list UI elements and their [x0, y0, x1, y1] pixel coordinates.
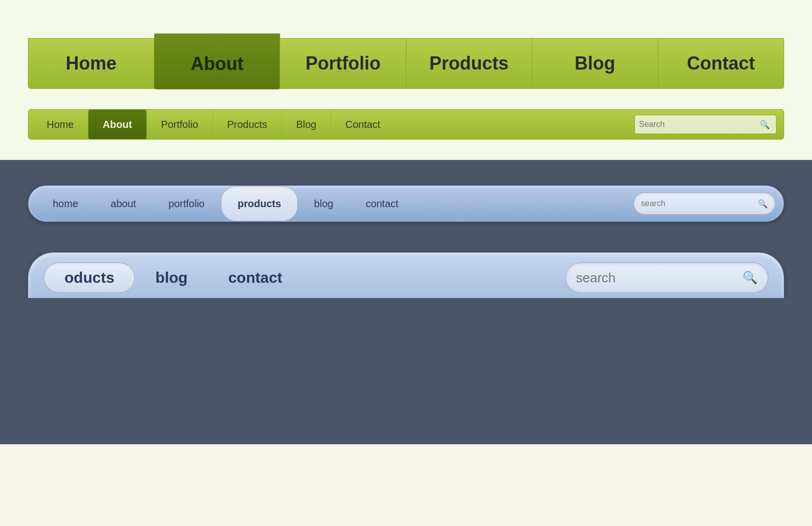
- nav2-item-portfolio[interactable]: Portfolio: [147, 110, 213, 139]
- search-icon: 🔍: [758, 200, 768, 208]
- nav4-item-products[interactable]: oducts: [44, 262, 135, 293]
- nav3-search-container: 🔍: [633, 192, 775, 215]
- nav3: home about portfolio products blog conta…: [28, 185, 784, 222]
- nav3-item-contact[interactable]: contact: [350, 186, 415, 221]
- nav2-item-contact[interactable]: Contact: [331, 110, 394, 139]
- nav4-item-contact[interactable]: contact: [208, 269, 303, 286]
- nav2-item-products[interactable]: Products: [213, 110, 282, 139]
- nav2-search-button[interactable]: 🔍: [758, 118, 772, 132]
- nav2-item-home[interactable]: Home: [32, 110, 88, 139]
- nav3-item-home[interactable]: home: [37, 186, 94, 221]
- nav4-items: oducts blog contact: [44, 262, 565, 293]
- nav2: Home About Portfolio Products Blog Conta…: [28, 109, 784, 140]
- nav2-item-blog[interactable]: Blog: [282, 110, 331, 139]
- nav4-search-container: 🔍: [565, 262, 768, 293]
- nav4-wrapper: oducts blog contact 🔍: [0, 247, 812, 298]
- search-icon: 🔍: [742, 271, 758, 284]
- nav1-item-products[interactable]: Products: [407, 39, 532, 88]
- nav3-item-portfolio[interactable]: portfolio: [152, 186, 221, 221]
- nav2-items: Home About Portfolio Products Blog Conta…: [32, 110, 634, 139]
- nav1-item-about[interactable]: About: [154, 34, 280, 89]
- nav4-search-button[interactable]: 🔍: [742, 271, 758, 285]
- nav1-wrapper: Home About Portfolio Products Blog Conta…: [28, 0, 784, 89]
- nav2-search-container: 🔍: [634, 115, 776, 134]
- nav1: Home About Portfolio Products Blog Conta…: [28, 38, 784, 89]
- nav3-item-products[interactable]: products: [221, 186, 298, 221]
- nav2-wrapper: Home About Portfolio Products Blog Conta…: [28, 109, 784, 140]
- search-icon: 🔍: [760, 120, 770, 129]
- nav1-item-portfolio[interactable]: Portfolio: [280, 39, 406, 88]
- nav2-search-input[interactable]: [639, 120, 758, 129]
- nav3-item-blog[interactable]: blog: [298, 186, 350, 221]
- nav4: oducts blog contact 🔍: [28, 252, 784, 298]
- nav3-items: home about portfolio products blog conta…: [37, 186, 633, 221]
- nav3-search-button[interactable]: 🔍: [758, 199, 768, 209]
- nav4-search-input[interactable]: [576, 270, 742, 286]
- nav4-item-blog[interactable]: blog: [135, 269, 208, 286]
- nav1-item-blog[interactable]: Blog: [532, 39, 658, 88]
- nav2-item-about[interactable]: About: [88, 110, 147, 139]
- nav1-item-contact[interactable]: Contact: [658, 39, 784, 88]
- nav1-item-home[interactable]: Home: [28, 39, 154, 88]
- nav3-item-about[interactable]: about: [94, 186, 152, 221]
- nav3-search-input[interactable]: [641, 199, 758, 208]
- nav3-wrapper: home about portfolio products blog conta…: [28, 185, 784, 222]
